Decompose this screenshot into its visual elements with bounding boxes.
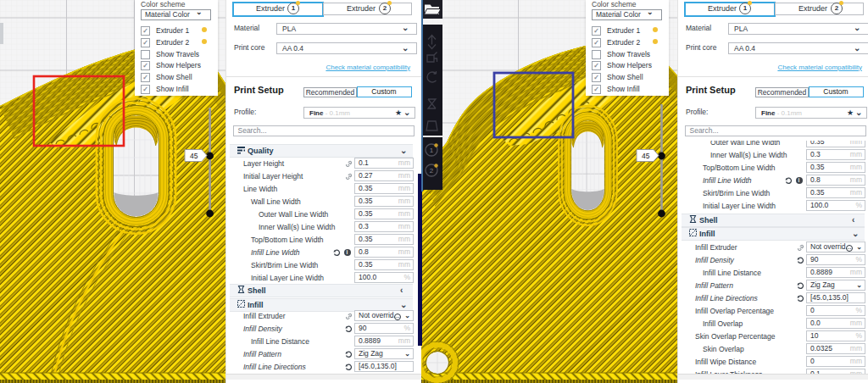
svg-text:1: 1 [430,147,434,154]
svg-text:45: 45 [642,152,650,160]
svg-text:2: 2 [430,167,434,175]
svg-text:45: 45 [190,152,198,160]
